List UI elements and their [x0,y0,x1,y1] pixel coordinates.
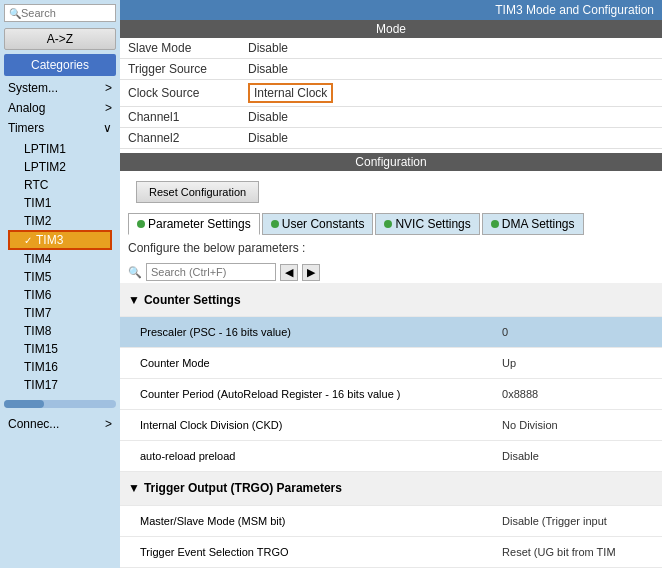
param-value-ckd: No Division [494,409,662,440]
mode-label-trigger: Trigger Source [120,59,240,80]
reset-configuration-button[interactable]: Reset Configuration [136,181,259,203]
sidebar-item-label: Analog [8,101,45,115]
tab-dot-icon [271,220,279,228]
timer-item-tim4[interactable]: TIM4 [8,250,112,268]
search-icon: 🔍 [128,266,142,279]
param-row-msm[interactable]: Master/Slave Mode (MSM bit) Disable (Tri… [120,506,662,537]
param-row-counter-mode[interactable]: Counter Mode Up [120,348,662,379]
mode-value-channel2: Disable [240,128,662,149]
param-row-ckd[interactable]: Internal Clock Division (CKD) No Divisio… [120,409,662,440]
mode-row-slave: Slave Mode Disable [120,38,662,59]
tab-dot-icon [137,220,145,228]
mode-label-channel1: Channel1 [120,107,240,128]
mode-label-channel2: Channel2 [120,128,240,149]
chevron-right-icon: > [105,101,112,115]
parameter-table: ▼ Counter Settings Prescaler (PSC - 16 b… [120,283,662,568]
timer-item-tim2[interactable]: TIM2 [8,212,112,230]
param-row-counter-period[interactable]: Counter Period (AutoReload Register - 16… [120,378,662,409]
sidebar-item-connec[interactable]: Connec... > [0,414,120,434]
checkmark-icon: ✓ [24,235,32,246]
mode-table: Slave Mode Disable Trigger Source Disabl… [120,38,662,149]
section-label-text: Counter Settings [144,293,241,307]
tab-dma-settings[interactable]: DMA Settings [482,213,584,235]
timer-item-tim17[interactable]: TIM17 [8,376,112,394]
param-name-trgo: Trigger Event Selection TRGO [120,537,494,568]
timer-item-tim1[interactable]: TIM1 [8,194,112,212]
param-row-prescaler[interactable]: Prescaler (PSC - 16 bits value) 0 [120,317,662,348]
param-value-msm: Disable (Trigger input [494,506,662,537]
mode-value-slave: Disable [240,38,662,59]
mode-value-clock[interactable]: Internal Clock [240,80,662,107]
tab-label: DMA Settings [502,217,575,231]
scrollbar[interactable] [4,400,116,408]
tab-dot-icon [491,220,499,228]
param-value-counter-period: 0x8888 [494,378,662,409]
mode-value-channel1: Disable [240,107,662,128]
categories-button[interactable]: Categories [4,54,116,76]
param-name-counter-period: Counter Period (AutoReload Register - 16… [120,378,494,409]
mode-row-trigger: Trigger Source Disable [120,59,662,80]
param-search-input[interactable] [146,263,276,281]
param-value-prescaler: 0 [494,317,662,348]
tab-nvic-settings[interactable]: NVIC Settings [375,213,479,235]
nav-prev-button[interactable]: ◀ [280,264,298,281]
tab-dot-icon [384,220,392,228]
tab-parameter-settings[interactable]: Parameter Settings [128,213,260,235]
sidebar-item-analog[interactable]: Analog > [0,98,120,118]
config-header: Configuration [120,153,662,171]
mode-row-channel2: Channel2 Disable [120,128,662,149]
timer-item-tim15[interactable]: TIM15 [8,340,112,358]
param-row-trgo[interactable]: Trigger Event Selection TRGO Reset (UG b… [120,537,662,568]
chevron-right-icon: > [105,81,112,95]
param-row-autoreload[interactable]: auto-reload preload Disable [120,440,662,471]
param-value-trgo: Reset (UG bit from TIM [494,537,662,568]
tabs-bar: Parameter Settings User Constants NVIC S… [128,213,654,235]
timers-list: LPTIM1 LPTIM2 RTC TIM1 TIM2 ✓ TIM3 TIM4 … [0,138,120,396]
configure-text: Configure the below parameters : [120,239,662,257]
param-name-counter-mode: Counter Mode [120,348,494,379]
timer-item-tim7[interactable]: TIM7 [8,304,112,322]
mode-row-clock: Clock Source Internal Clock [120,80,662,107]
scroll-thumb[interactable] [4,400,44,408]
param-search-row: 🔍 ◀ ▶ [120,261,662,283]
sidebar-item-label: System... [8,81,58,95]
tab-user-constants[interactable]: User Constants [262,213,374,235]
search-icon: 🔍 [9,8,21,19]
tab-label: User Constants [282,217,365,231]
tab-label: Parameter Settings [148,217,251,231]
mode-label-slave: Slave Mode [120,38,240,59]
section-label-text: Trigger Output (TRGO) Parameters [144,481,342,495]
mode-header: Mode [120,20,662,38]
az-button[interactable]: A->Z [4,28,116,50]
param-name-prescaler: Prescaler (PSC - 16 bits value) [120,317,494,348]
tab-label: NVIC Settings [395,217,470,231]
sidebar-search-input[interactable] [21,7,111,19]
sidebar-item-system[interactable]: System... > [0,78,120,98]
timer-item-lptim2[interactable]: LPTIM2 [8,158,112,176]
sidebar-item-timers[interactable]: Timers ∨ [0,118,120,138]
mode-value-trigger: Disable [240,59,662,80]
mode-label-clock: Clock Source [120,80,240,107]
param-name-msm: Master/Slave Mode (MSM bit) [120,506,494,537]
param-name-autoreload: auto-reload preload [120,440,494,471]
sidebar-item-label: Timers [8,121,44,135]
sidebar-search-bar[interactable]: 🔍 [4,4,116,22]
chevron-right-icon: > [105,417,112,431]
nav-next-button[interactable]: ▶ [302,264,320,281]
param-value-counter-mode: Up [494,348,662,379]
expand-icon: ▼ [128,293,140,307]
mode-row-channel1: Channel1 Disable [120,107,662,128]
trigger-output-section[interactable]: ▼ Trigger Output (TRGO) Parameters [120,471,662,506]
timer-item-tim8[interactable]: TIM8 [8,322,112,340]
param-name-ckd: Internal Clock Division (CKD) [120,409,494,440]
chevron-down-icon: ∨ [103,121,112,135]
timer-item-rtc[interactable]: RTC [8,176,112,194]
timer-item-tim5[interactable]: TIM5 [8,268,112,286]
timer-item-tim16[interactable]: TIM16 [8,358,112,376]
timer-item-lptim1[interactable]: LPTIM1 [8,140,112,158]
timer-item-tim6[interactable]: TIM6 [8,286,112,304]
counter-settings-section[interactable]: ▼ Counter Settings [120,283,662,317]
timer-item-tim3[interactable]: ✓ TIM3 [8,230,112,250]
connec-label: Connec... [8,417,59,431]
clock-source-value: Internal Clock [248,83,333,103]
